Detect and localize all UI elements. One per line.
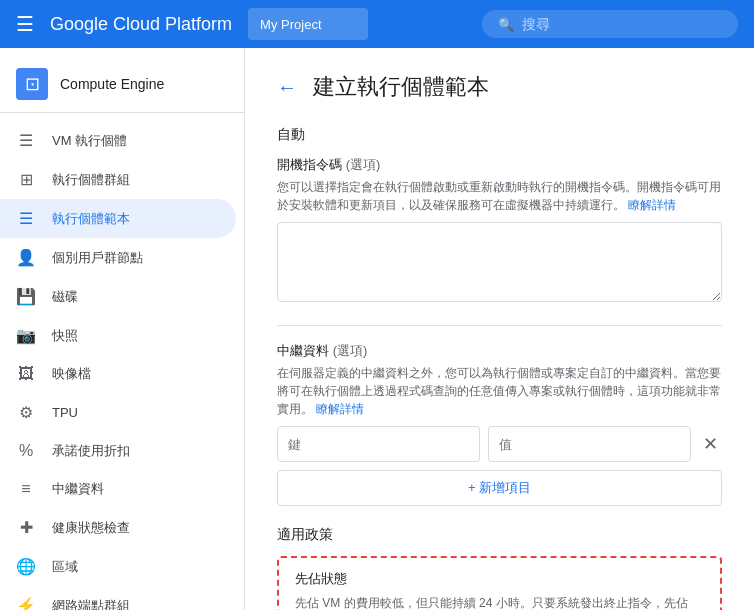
sidebar-title: Compute Engine <box>60 76 164 92</box>
tpu-icon: ⚙ <box>16 403 36 422</box>
vm-icon: ☰ <box>16 131 36 150</box>
sidebar-item-instance-templates[interactable]: ☰ 執行個體範本 <box>0 199 236 238</box>
search-icon: 🔍 <box>498 17 514 32</box>
auto-section-label: 自動 <box>277 126 722 144</box>
startup-script-textarea[interactable] <box>277 222 722 302</box>
committed-icon: % <box>16 442 36 460</box>
metadata-group: 中繼資料 (選項) 在伺服器定義的中繼資料之外，您可以為執行個體或專案定自訂的中… <box>277 342 722 506</box>
sidebar: ⊡ Compute Engine ☰ VM 執行個體 ⊞ 執行個體群組 ☰ 執行… <box>0 48 245 610</box>
metadata-label: 中繼資料 (選項) <box>277 342 722 360</box>
sidebar-item-vm-instances[interactable]: ☰ VM 執行個體 <box>0 121 236 160</box>
images-icon: 🖼 <box>16 365 36 383</box>
menu-icon[interactable]: ☰ <box>16 12 34 36</box>
snapshot-icon: 📷 <box>16 326 36 345</box>
startup-script-desc: 您可以選擇指定會在執行個體啟動或重新啟動時執行的開機指令碼。開機指令碼可用於安裝… <box>277 178 722 214</box>
sidebar-item-metadata[interactable]: ≡ 中繼資料 <box>0 470 236 508</box>
metadata-value-input[interactable] <box>488 426 691 462</box>
startup-script-learn-more-link[interactable]: 瞭解詳情 <box>628 198 676 212</box>
network-icon: ⚡ <box>16 596 36 610</box>
disk-icon: 💾 <box>16 287 36 306</box>
instance-templates-icon: ☰ <box>16 209 36 228</box>
app-logo: Google Cloud Platform <box>50 14 232 35</box>
project-selector[interactable]: My Project <box>248 8 368 40</box>
sidebar-item-committed-use[interactable]: % 承諾使用折扣 <box>0 432 236 470</box>
sidebar-item-health-checks[interactable]: ✚ 健康狀態檢查 <box>0 508 236 547</box>
preemptible-desc: 先佔 VM 的費用較低，但只能持續 24 小時。只要系統發出終止指令，先佔 VM… <box>295 594 704 610</box>
health-icon: ✚ <box>16 518 36 537</box>
compute-engine-icon: ⊡ <box>16 68 48 100</box>
policy-section: 適用政策 先佔狀態 先佔 VM 的費用較低，但只能持續 24 小時。只要系統發出… <box>277 526 722 610</box>
top-header: ☰ Google Cloud Platform My Project 🔍 <box>0 0 754 48</box>
sidebar-item-snapshots[interactable]: 📷 快照 <box>0 316 236 355</box>
metadata-learn-more-link[interactable]: 瞭解詳情 <box>316 402 364 416</box>
startup-script-group: 開機指令碼 (選項) 您可以選擇指定會在執行個體啟動或重新啟動時執行的開機指令碼… <box>277 156 722 305</box>
metadata-key-value-row: ✕ <box>277 426 722 462</box>
metadata-icon: ≡ <box>16 480 36 498</box>
preemptible-box: 先佔狀態 先佔 VM 的費用較低，但只能持續 24 小時。只要系統發出終止指令，… <box>277 556 722 610</box>
policy-section-label: 適用政策 <box>277 526 722 544</box>
page-title: 建立執行個體範本 <box>313 72 489 102</box>
sidebar-item-disks[interactable]: 💾 磁碟 <box>0 277 236 316</box>
divider-1 <box>277 325 722 326</box>
sidebar-item-network-endpoint-groups[interactable]: ⚡ 網路端點群組 <box>0 586 236 610</box>
metadata-delete-button[interactable]: ✕ <box>699 429 722 459</box>
metadata-desc: 在伺服器定義的中繼資料之外，您可以為執行個體或專案定自訂的中繼資料。當您要將可在… <box>277 364 722 418</box>
add-metadata-button[interactable]: + 新增項目 <box>277 470 722 506</box>
preemptible-title: 先佔狀態 <box>295 570 704 588</box>
back-button[interactable]: ← <box>277 76 297 99</box>
sidebar-item-instance-groups[interactable]: ⊞ 執行個體群組 <box>0 160 236 199</box>
sidebar-item-images[interactable]: 🖼 映像檔 <box>0 355 236 393</box>
sidebar-item-zones[interactable]: 🌐 區域 <box>0 547 236 586</box>
sole-tenant-icon: 👤 <box>16 248 36 267</box>
search-input[interactable] <box>522 16 722 32</box>
search-bar[interactable]: 🔍 <box>482 10 738 38</box>
sidebar-item-sole-tenant[interactable]: 👤 個別用戶群節點 <box>0 238 236 277</box>
main-wrapper: ⊡ Compute Engine ☰ VM 執行個體 ⊞ 執行個體群組 ☰ 執行… <box>0 48 754 610</box>
startup-script-label: 開機指令碼 (選項) <box>277 156 722 174</box>
zones-icon: 🌐 <box>16 557 36 576</box>
sidebar-header: ⊡ Compute Engine <box>0 56 244 113</box>
sidebar-item-tpu[interactable]: ⚙ TPU <box>0 393 236 432</box>
metadata-key-input[interactable] <box>277 426 480 462</box>
main-content: ← 建立執行個體範本 自動 開機指令碼 (選項) 您可以選擇指定會在執行個體啟動… <box>245 48 754 610</box>
instance-groups-icon: ⊞ <box>16 170 36 189</box>
content-header: ← 建立執行個體範本 <box>277 72 722 102</box>
